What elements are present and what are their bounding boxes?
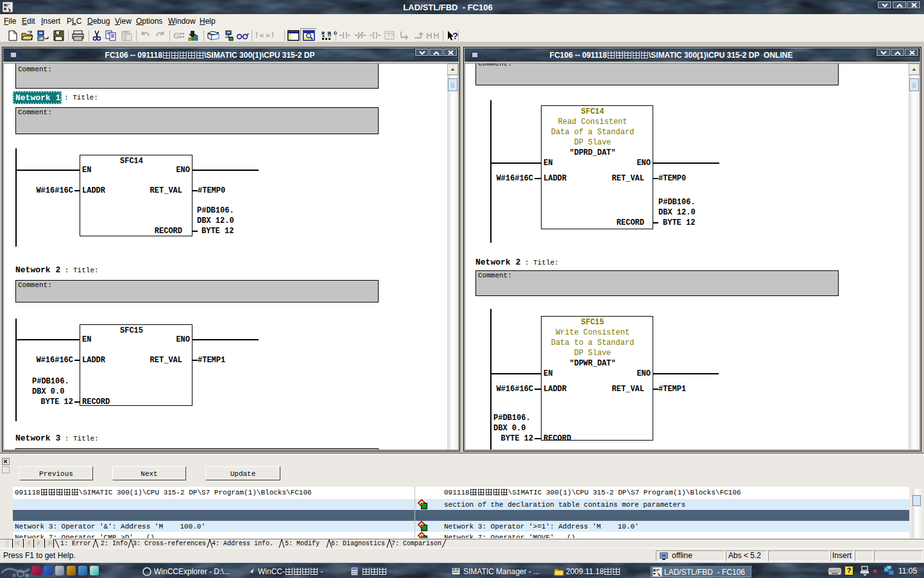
svg-text:H H O: H H O — [321, 30, 337, 36]
svg-text:?: ? — [452, 30, 458, 41]
svg-text:G: G — [173, 31, 180, 40]
svg-text:??: ?? — [386, 32, 394, 39]
